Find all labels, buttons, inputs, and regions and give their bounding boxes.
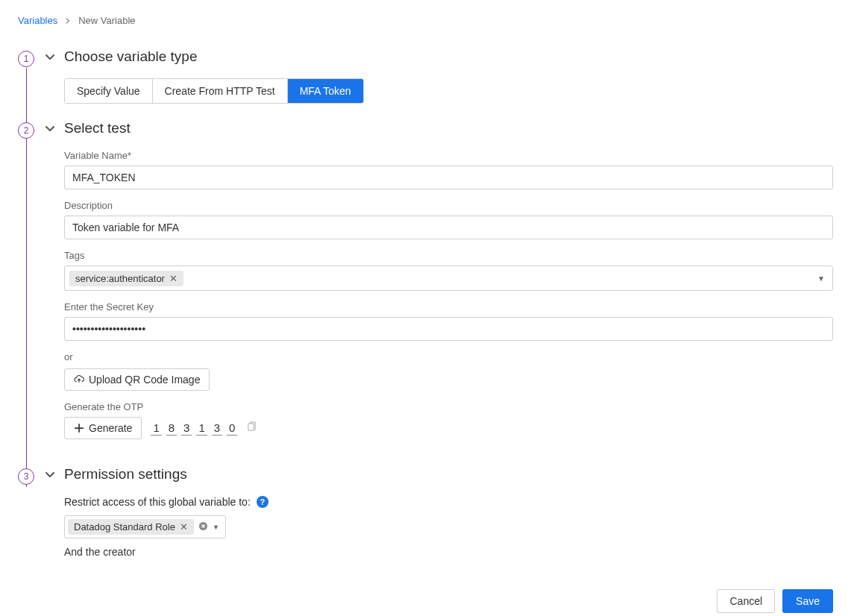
close-icon[interactable]: ✕: [169, 274, 178, 283]
variable-type-tabs: Specify Value Create From HTTP Test MFA …: [64, 78, 364, 104]
otp-digit: 0: [227, 421, 237, 436]
otp-digit: 1: [196, 421, 207, 436]
otp-display: 1 8 3 1 3 0: [151, 421, 237, 436]
caret-down-icon[interactable]: ▼: [817, 274, 828, 283]
step-number-1: 1: [18, 51, 34, 67]
variable-name-label: Variable Name*: [64, 150, 833, 161]
svg-rect-0: [248, 424, 254, 430]
close-icon[interactable]: ✕: [180, 522, 188, 532]
tab-mfa-token[interactable]: MFA Token: [288, 79, 363, 103]
cancel-button[interactable]: Cancel: [717, 589, 775, 613]
step-3: 3 Permission settings Restrict access of…: [18, 466, 833, 574]
chevron-down-icon[interactable]: [45, 469, 55, 480]
tab-create-from-http[interactable]: Create From HTTP Test: [153, 79, 288, 103]
tags-label: Tags: [64, 250, 833, 261]
upload-qr-label: Upload QR Code Image: [89, 374, 200, 386]
otp-digit: 1: [151, 421, 161, 436]
chevron-down-icon[interactable]: [45, 51, 55, 62]
breadcrumb-parent-link[interactable]: Variables: [18, 15, 57, 26]
footer-buttons: Cancel Save: [18, 589, 833, 613]
step-number-2: 2: [18, 122, 34, 139]
otp-digit: 3: [181, 421, 192, 436]
step-title: Permission settings: [64, 466, 187, 483]
copy-icon[interactable]: [246, 421, 257, 435]
plus-icon: [74, 423, 84, 433]
step-1: 1 Choose variable type Specify Value Cre…: [18, 48, 833, 120]
or-label: or: [64, 351, 833, 362]
chevron-down-icon[interactable]: [45, 123, 55, 133]
step-2: 2 Select test Variable Name* Description…: [18, 120, 833, 466]
upload-qr-button[interactable]: Upload QR Code Image: [64, 368, 210, 391]
otp-digit: 8: [166, 421, 177, 436]
description-input[interactable]: [64, 216, 833, 239]
breadcrumb: Variables New Variable: [18, 15, 833, 26]
clear-icon[interactable]: [198, 521, 208, 533]
tab-specify-value[interactable]: Specify Value: [65, 79, 153, 103]
generate-label: Generate: [89, 422, 132, 434]
cloud-upload-icon: [74, 374, 84, 385]
step-title: Select test: [64, 120, 131, 136]
role-text: Datadog Standard Role: [74, 521, 175, 532]
creator-text: And the creator: [64, 546, 833, 558]
save-button[interactable]: Save: [782, 589, 833, 613]
generate-button[interactable]: Generate: [64, 417, 142, 439]
generate-otp-label: Generate the OTP: [64, 401, 833, 412]
description-label: Description: [64, 200, 833, 211]
restrict-access-label: Restrict access of this global variable …: [64, 496, 251, 508]
step-number-3: 3: [18, 468, 34, 485]
tag-text: service:authenticator: [75, 273, 165, 284]
otp-digit: 3: [212, 421, 222, 436]
tags-input[interactable]: service:authenticator ✕ ▼: [64, 265, 833, 291]
help-icon[interactable]: ?: [257, 496, 269, 508]
step-title: Choose variable type: [64, 48, 198, 65]
tag-chip: service:authenticator ✕: [69, 271, 183, 286]
role-select[interactable]: Datadog Standard Role ✕ ▼: [64, 515, 226, 538]
role-chip: Datadog Standard Role ✕: [68, 519, 194, 535]
secret-key-input[interactable]: [64, 317, 833, 341]
connector-line: [26, 139, 27, 487]
caret-down-icon[interactable]: ▼: [213, 524, 219, 531]
chevron-right-icon: [65, 15, 71, 26]
secret-key-label: Enter the Secret Key: [64, 301, 833, 312]
breadcrumb-current: New Variable: [78, 15, 135, 26]
variable-name-input[interactable]: [64, 166, 833, 189]
